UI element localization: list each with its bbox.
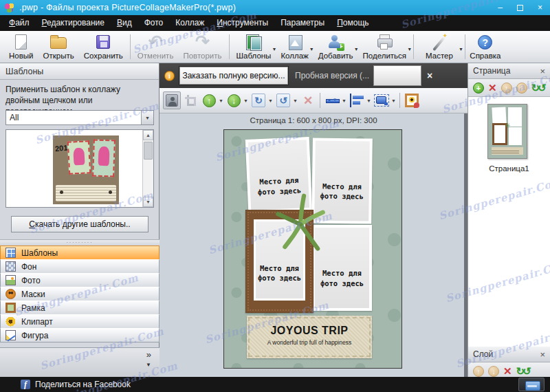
align-center-button[interactable] <box>323 91 341 109</box>
dropdown-arrow-icon[interactable]: ▼ <box>391 98 397 103</box>
sidebar-item-shape[interactable]: Фигура <box>0 328 160 342</box>
move-page-up-button: ↑ <box>501 83 512 94</box>
panel-close-icon[interactable]: × <box>540 66 545 76</box>
window-title: .pwp - Файлы проекта PictureCollageMaker… <box>19 3 236 12</box>
label-title: JOYOUS TRIP <box>247 325 372 337</box>
sidebar-item-templates[interactable]: Шаблоны <box>0 246 160 260</box>
rotate-ccw-button[interactable]: ↺ <box>274 91 292 109</box>
template-photo-left <box>67 140 91 175</box>
scroll-down-icon[interactable]: ▼ <box>143 197 153 207</box>
save-button[interactable]: Сохранить <box>79 31 128 63</box>
close-button[interactable]: × <box>530 0 550 15</box>
arrow-down-circle-icon: ↓ <box>228 94 241 107</box>
scroll-up-icon[interactable]: ▲ <box>143 130 153 140</box>
category-overflow-area: » ▼ <box>0 347 160 377</box>
maximize-icon <box>517 5 523 11</box>
move-layer-down-button: ↓ <box>488 366 499 377</box>
menu-view[interactable]: Вид <box>111 15 138 31</box>
toolbar-separator <box>399 93 400 108</box>
refresh-pages-button[interactable]: ↻↺ <box>531 82 544 94</box>
new-document-icon <box>15 34 27 50</box>
dropdown-arrow-icon[interactable]: ▼ <box>243 98 249 103</box>
refresh-layers-button[interactable]: ↻↺ <box>516 365 529 378</box>
page-thumbnail[interactable]: ✳ <box>487 104 527 159</box>
template-list[interactable]: 2015 ▲ ▼ <box>6 129 154 208</box>
panel-toggle-button[interactable] <box>518 378 544 391</box>
resize-button[interactable] <box>373 91 390 109</box>
rotate-cw-button[interactable]: ↻ <box>250 91 267 109</box>
delete-page-button[interactable]: ✕ <box>488 83 497 94</box>
template-list-scrollbar[interactable]: ▲ ▼ <box>142 130 153 207</box>
title-bar: .pwp - Файлы проекта PictureCollageMaker… <box>0 0 550 15</box>
starfish-decoration[interactable] <box>274 193 327 254</box>
sidebar-item-photo[interactable]: Фото <box>0 273 160 287</box>
canvas-workspace[interactable]: Место для фото здесь Место для фото здес… <box>160 113 468 377</box>
save-icon <box>96 35 110 49</box>
crop-button <box>182 91 199 109</box>
menu-collage[interactable]: Коллаж <box>169 15 210 31</box>
align-vertical-icon <box>325 94 339 107</box>
delete-layer-button[interactable]: ✕ <box>503 366 512 377</box>
dropdown-arrow-icon[interactable]: ▼ <box>407 47 412 52</box>
menu-options[interactable]: Параметры <box>274 15 331 31</box>
open-button[interactable]: Открыть <box>38 31 79 63</box>
templates-button[interactable]: Шаблоны ▼ <box>232 31 276 63</box>
maximize-button[interactable] <box>510 0 530 15</box>
banner-close-icon[interactable]: × <box>427 70 432 81</box>
redo-icon: ↷ <box>193 34 211 50</box>
collage-button[interactable]: Коллаж ▼ <box>276 31 313 63</box>
sidebar-item-masks[interactable]: Маски <box>0 287 160 301</box>
dropdown-arrow-icon[interactable]: ▼ <box>219 98 224 103</box>
order-full-version-button[interactable]: Заказать полную версию... <box>179 67 288 85</box>
bring-forward-button[interactable]: ↑ <box>200 91 218 109</box>
dropdown-arrow-icon[interactable]: ▼ <box>459 47 463 52</box>
menu-file[interactable]: Файл <box>3 15 36 31</box>
page-thumbnail-list[interactable]: ✳ Страница1 <box>468 97 550 347</box>
align-left-button[interactable] <box>348 91 366 109</box>
trial-banner: i Заказать полную версию... Пробная верс… <box>160 63 468 88</box>
collage-text-label[interactable]: JOYOUS TRIP A wonderful trip full of hap… <box>247 316 372 358</box>
page-panel-title: Страница <box>473 66 510 76</box>
template-thumbnail[interactable]: 2015 <box>53 135 119 204</box>
toolbar-separator <box>465 34 465 59</box>
menu-help[interactable]: Помощь <box>331 15 375 31</box>
add-button[interactable]: + Добавить ▼ <box>314 31 358 63</box>
template-filter-dropdown[interactable]: All ▼ <box>6 110 154 125</box>
sidebar-item-background[interactable]: Фон <box>0 259 160 274</box>
share-button[interactable]: Поделиться ▼ <box>358 31 412 63</box>
scrollbar-thumb[interactable] <box>144 142 153 160</box>
rotate-ccw-icon: ↺ <box>276 94 290 107</box>
status-bar: f Поделиться на Facebook <box>0 377 550 392</box>
send-backward-button[interactable]: ↓ <box>225 91 243 109</box>
main-area: i Заказать полную версию... Пробная верс… <box>160 63 468 377</box>
chevron-right-icon[interactable]: » <box>146 349 151 360</box>
sidebar-item-clipart[interactable]: Клипарт <box>0 314 160 329</box>
chevron-down-icon[interactable]: ▼ <box>141 111 153 124</box>
panel-close-icon[interactable]: × <box>540 349 545 360</box>
dropdown-arrow-icon[interactable]: ▼ <box>342 98 347 103</box>
wizard-button[interactable]: Мастер ▼ <box>416 31 463 63</box>
minimize-button[interactable]: – <box>490 0 510 15</box>
help-button[interactable]: ? Справка <box>468 31 503 63</box>
menu-photo[interactable]: Фото <box>138 15 170 31</box>
toolbar-separator <box>229 34 230 59</box>
facebook-icon: f <box>21 380 30 389</box>
dropdown-arrow-icon[interactable]: ▼ <box>293 98 298 103</box>
sidebar-item-frame[interactable]: Рамка <box>0 301 160 315</box>
download-templates-button[interactable]: Скачать другие шаблоны.. <box>11 216 148 232</box>
overflow-menu-arrow-icon[interactable]: ▼ <box>146 362 151 368</box>
frame-decor-button[interactable] <box>403 91 421 109</box>
plus-icon: + <box>337 43 344 51</box>
add-page-button[interactable]: + <box>473 83 484 94</box>
dropdown-arrow-icon[interactable]: ▼ <box>268 98 274 103</box>
dropdown-arrow-icon[interactable]: ▼ <box>366 98 372 103</box>
new-button[interactable]: Новый <box>4 31 38 63</box>
menu-tools[interactable]: Инструменты <box>210 15 274 31</box>
menu-edit[interactable]: Редактирование <box>36 15 111 31</box>
share-facebook-link[interactable]: Поделиться на Facebook <box>35 380 131 389</box>
toolbar-separator <box>130 34 131 59</box>
redo-button: ↷ Повторить <box>178 31 226 63</box>
swap-photo-button[interactable] <box>163 91 181 109</box>
page-name-text: Страница1 <box>468 164 550 173</box>
collage-page[interactable]: Место для фото здесь Место для фото здес… <box>223 129 402 369</box>
